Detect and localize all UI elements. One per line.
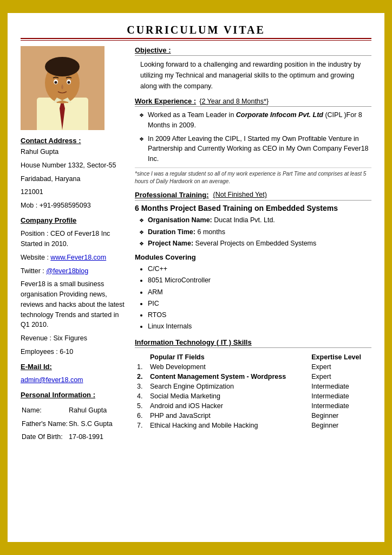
page-title: CURRICULUM VITAE <box>21 24 371 36</box>
module-item: 8051 MicroController <box>148 275 371 286</box>
skill-num: 3. <box>135 382 148 391</box>
project-label: Project Name: <box>148 240 193 247</box>
contact-mobile: Mob : +91-9958595093 <box>21 201 126 211</box>
email-link[interactable]: admin@fever18.com <box>21 376 83 384</box>
revenue: Revenue : Six Figures <box>21 333 126 344</box>
skill-level: Intermediate <box>309 391 371 401</box>
skill-num: 4. <box>135 391 148 401</box>
training-org: Organisation Name: Ducat India Pvt. Ltd. <box>139 215 371 225</box>
org-label: Organisation Name: <box>148 216 212 224</box>
dob-value: 17-08-1991 <box>69 431 113 443</box>
skill-name: Content Management System - Wordpress <box>148 372 309 382</box>
it-skill-row: 2.Content Management System - WordpressE… <box>135 372 371 382</box>
work-item-1: Worked as a Team Leader in Corporate Inf… <box>139 110 371 131</box>
skill-level: Expert <box>309 362 371 372</box>
svg-point-5 <box>45 57 80 76</box>
skill-num: 1. <box>135 362 148 372</box>
it-skill-row: 6.PHP and JavaScriptBeginner <box>135 411 371 421</box>
it-skill-row: 1.Web DevelopmentExpert <box>135 362 371 372</box>
personal-info-label: Personal Information : <box>21 390 126 401</box>
it-col-fields: Popular IT Fields <box>148 352 309 362</box>
skill-num: 2. <box>135 372 148 382</box>
skill-name: Search Engine Optimization <box>148 382 309 391</box>
it-skills-section: Information Technology ( IT ) Skills Pop… <box>135 338 371 430</box>
module-item: RTOS <box>148 309 371 321</box>
work-item1-pre: Worked as a Team Leader in <box>148 111 236 119</box>
resume-page: CURRICULUM VITAE <box>6 12 386 543</box>
website-link[interactable]: www.Fever18.com <box>50 254 106 261</box>
objective-header: Objective : <box>135 46 371 56</box>
photo-box <box>21 46 104 130</box>
it-skills-table: Popular IT Fields Expertise Level 1.Web … <box>135 352 371 430</box>
skill-level: Beginner <box>309 411 371 421</box>
skill-name: Web Development <box>148 362 309 372</box>
name-row: Name: Rahul Gupta <box>22 404 113 417</box>
training-title: 6 Months Project Based Training on Embed… <box>135 204 371 212</box>
left-column: Contact Address : Rahul Gupta House Numb… <box>21 46 126 444</box>
work-exp-label: Work Experience : <box>135 97 196 105</box>
module-item: PIC <box>148 298 371 309</box>
it-skill-row: 7.Ethical Hacking and Mobile HackingBegi… <box>135 421 371 430</box>
it-col-num <box>135 352 148 362</box>
prof-training-section: Professional Training: (Not Finished Yet… <box>135 191 371 333</box>
it-skills-header: Information Technology ( IT ) Skills <box>135 338 371 348</box>
prof-training-header: Professional Training: (Not Finished Yet… <box>135 191 371 201</box>
duration-label: Duration Time: <box>148 228 195 236</box>
company-position: Position : CEO of Fever18 Inc Started in… <box>21 229 126 249</box>
svg-point-9 <box>68 81 70 84</box>
training-duration: Duration Time: 6 months <box>139 227 371 237</box>
duration-val: 6 months <box>197 228 225 236</box>
it-skills-tbody: 1.Web DevelopmentExpert2.Content Managem… <box>135 362 371 430</box>
project-val: Several Projects on Embedded Systems <box>195 240 317 247</box>
employees: Employees : 6-10 <box>21 347 126 357</box>
twitter-line: Twitter : @fever18blog <box>21 266 126 276</box>
prof-training-status: (Not Finished Yet) <box>213 191 267 198</box>
skill-name: Ethical Hacking and Mobile Hacking <box>148 421 309 430</box>
title-section: CURRICULUM VITAE <box>21 24 371 41</box>
work-exp-duration: {2 Year and 8 Months*} <box>199 98 269 105</box>
website-label: Website : <box>21 254 50 261</box>
it-table-header-row: Popular IT Fields Expertise Level <box>135 352 371 362</box>
work-exp-section: Work Experience : {2 Year and 8 Months*}… <box>135 97 371 185</box>
work-item-2: In 2009 After Leaving the CIPL, I Starte… <box>139 134 371 164</box>
profile-photo <box>21 46 104 130</box>
father-row: Father's Name: Sh. S.C Gupta <box>22 418 113 430</box>
skill-level: Expert <box>309 372 371 382</box>
org-val: Ducat India Pvt. Ltd. <box>214 216 275 224</box>
skill-num: 6. <box>135 411 148 421</box>
objective-text: Looking forward to a challenging and rew… <box>140 59 371 92</box>
skill-num: 7. <box>135 421 148 430</box>
it-col-expertise: Expertise Level <box>309 352 371 362</box>
father-value: Sh. S.C Gupta <box>69 418 113 430</box>
work-exp-header: Work Experience : {2 Year and 8 Months*} <box>135 97 371 107</box>
contact-name: Rahul Gupta <box>21 147 126 157</box>
dob-label: Date Of Birth: <box>22 431 68 443</box>
contact-address1: House Number 1332, Sector-55 <box>21 160 126 171</box>
work-note: *since I was a regular student so all of… <box>135 167 371 185</box>
contact-address-label: Contact Address : <box>21 137 126 145</box>
module-item: Linux Internals <box>148 321 371 332</box>
name-value: Rahul Gupta <box>69 404 113 417</box>
work-exp-list: Worked as a Team Leader in Corporate Inf… <box>135 110 371 164</box>
skill-name: PHP and JavaScript <box>148 411 309 421</box>
name-label: Name: <box>22 404 68 417</box>
right-column: Objective : Looking forward to a challen… <box>135 46 371 444</box>
svg-point-8 <box>55 81 57 84</box>
company-profile-label: Company Profile <box>21 215 126 226</box>
skill-level: Intermediate <box>309 382 371 391</box>
twitter-label: Twitter : <box>21 267 46 275</box>
skill-name: Android and iOS Hacker <box>148 401 309 411</box>
work-item1-italic: Corporate Infocom Pvt. Ltd <box>236 111 323 119</box>
objective-section: Objective : Looking forward to a challen… <box>135 46 371 92</box>
dob-row: Date Of Birth: 17-08-1991 <box>22 431 113 443</box>
main-layout: Contact Address : Rahul Gupta House Numb… <box>21 46 371 444</box>
twitter-link[interactable]: @fever18blog <box>46 267 88 275</box>
father-label: Father's Name: <box>22 418 68 430</box>
it-skill-row: 5.Android and iOS HackerIntermediate <box>135 401 371 411</box>
it-skill-row: 3.Search Engine OptimizationIntermediate <box>135 382 371 391</box>
module-item: ARM <box>148 287 371 298</box>
training-project: Project Name: Several Projects on Embedd… <box>139 238 371 249</box>
company-desc: Fever18 is a small business organisation… <box>21 279 126 330</box>
skill-num: 5. <box>135 401 148 411</box>
it-skill-row: 4.Social Media MarketingIntermediate <box>135 391 371 401</box>
